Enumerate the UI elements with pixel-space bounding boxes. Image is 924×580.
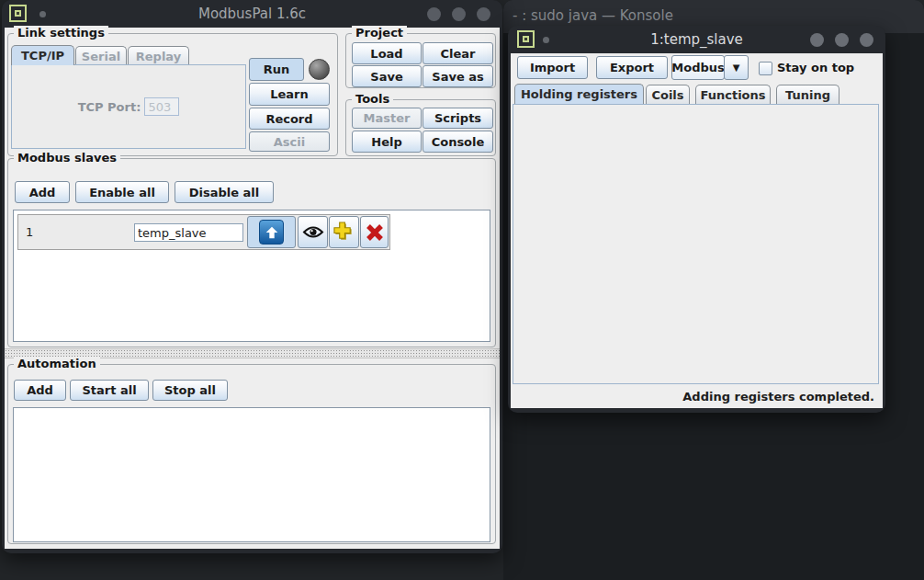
mode-combobox-arrow-button[interactable]: ▼	[724, 55, 749, 80]
tcp-port-input[interactable]	[144, 97, 179, 116]
ascii-button: Ascii	[249, 131, 330, 152]
close-button[interactable]	[860, 33, 873, 47]
modbuspal-window: ModbusPal 1.6c Link settings TCP/IP Seri…	[2, 0, 502, 553]
slave-duplicate-button[interactable]	[329, 216, 359, 248]
tab-functions[interactable]: Functions	[695, 85, 771, 104]
slave-list-area: 1	[13, 210, 490, 342]
record-button[interactable]: Record	[249, 108, 330, 130]
load-button[interactable]: Load	[352, 42, 422, 64]
stay-on-top-label: Stay on top	[777, 61, 854, 74]
tools-title: Tools	[352, 92, 393, 106]
eye-icon	[302, 225, 324, 239]
konsole-title: - : sudo java — Konsole	[513, 7, 673, 24]
slave-titlebar[interactable]: 1:temp_slave	[508, 26, 885, 53]
holding-registers-panel	[513, 104, 879, 384]
slave-view-button[interactable]	[298, 216, 328, 248]
disable-all-button[interactable]: Disable all	[175, 181, 274, 203]
slave-id: 1	[26, 225, 33, 239]
tab-tuning[interactable]: Tuning	[776, 85, 839, 104]
start-all-button[interactable]: Start all	[70, 380, 149, 401]
tab-replay[interactable]: Replay	[128, 46, 189, 65]
master-button: Master	[352, 108, 422, 129]
export-button[interactable]: Export	[596, 56, 668, 79]
slave-add-button[interactable]: Add	[15, 181, 70, 203]
stop-all-button[interactable]: Stop all	[152, 380, 228, 401]
modbuspal-content: Link settings TCP/IP Serial Replay TCP P…	[5, 28, 500, 549]
import-button[interactable]: Import	[517, 56, 588, 79]
tab-coils[interactable]: Coils	[646, 85, 690, 104]
plus-icon	[333, 222, 355, 243]
console-button[interactable]: Console	[423, 131, 493, 153]
automation-list-area	[13, 407, 490, 542]
status-message: Adding registers completed.	[682, 390, 874, 404]
slave-enable-toggle[interactable]	[247, 216, 296, 248]
slave-delete-button[interactable]	[360, 216, 389, 248]
tcpip-panel: TCP Port:	[11, 64, 246, 149]
tcp-port-label: TCP Port:	[78, 100, 141, 114]
save-button[interactable]: Save	[352, 65, 422, 87]
stay-on-top-checkbox[interactable]	[759, 62, 772, 75]
slave-name-input[interactable]	[134, 223, 243, 242]
link-settings-title: Link settings	[14, 26, 108, 40]
modbus-slaves-title: Modbus slaves	[14, 151, 120, 165]
clear-button[interactable]: Clear	[423, 42, 493, 64]
learn-button[interactable]: Learn	[249, 83, 330, 106]
maximize-button[interactable]	[835, 33, 849, 47]
close-button[interactable]	[477, 7, 490, 21]
minimize-button[interactable]	[810, 33, 824, 47]
minimize-button[interactable]	[427, 7, 441, 21]
save-as-button[interactable]: Save as	[423, 65, 493, 87]
scripts-button[interactable]: Scripts	[423, 108, 493, 129]
tab-tcpip[interactable]: TCP/IP	[11, 45, 74, 65]
slave-window: 1:temp_slave Import Export Modbus ▼ Stay…	[508, 26, 885, 413]
project-title: Project	[352, 26, 407, 40]
help-button[interactable]: Help	[352, 131, 422, 153]
maximize-button[interactable]	[452, 7, 466, 21]
automation-add-button[interactable]: Add	[14, 380, 66, 401]
mode-combobox[interactable]: Modbus	[671, 55, 725, 80]
enable-all-button[interactable]: Enable all	[75, 181, 169, 203]
delete-x-icon	[365, 222, 385, 243]
run-button[interactable]: Run	[249, 58, 304, 81]
modbuspal-titlebar[interactable]: ModbusPal 1.6c	[2, 0, 502, 28]
chevron-down-icon: ▼	[733, 63, 740, 73]
tab-serial[interactable]: Serial	[75, 46, 127, 65]
tab-holding-registers[interactable]: Holding registers	[514, 84, 644, 104]
slave-row: 1	[17, 214, 390, 250]
run-led-indicator	[309, 59, 330, 80]
automation-title: Automation	[14, 357, 100, 370]
up-arrow-icon	[259, 220, 284, 245]
